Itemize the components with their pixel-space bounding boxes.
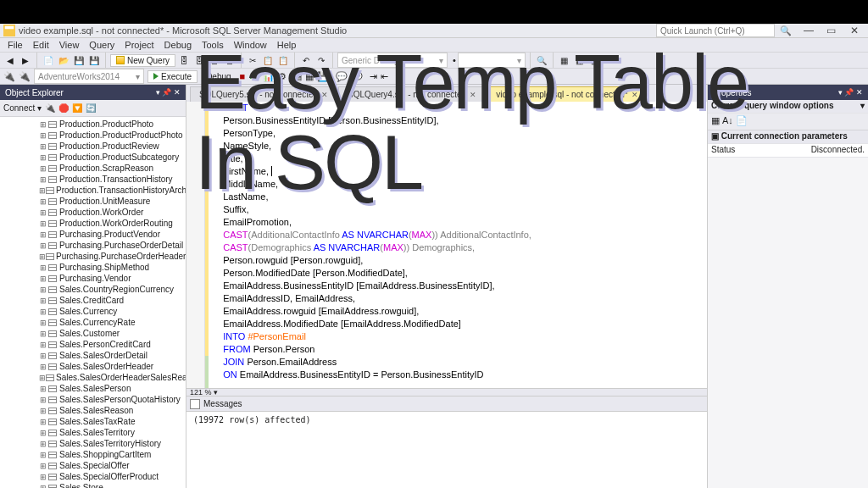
refresh-icon[interactable]: 🔄	[86, 103, 96, 114]
parse-icon[interactable]: ✓	[248, 71, 256, 82]
db4-icon[interactable]: 🗄	[223, 53, 236, 67]
tree-node[interactable]: ⊞Sales.ShoppingCartItem	[0, 449, 186, 460]
tree-node[interactable]: ⊞Sales.CurrencyRate	[0, 317, 186, 328]
connect-icon[interactable]: 🔌	[45, 103, 55, 114]
tree-node[interactable]: ⊞Purchasing.ProductVendor	[0, 229, 186, 240]
tree-node[interactable]: ⊞Production.WorkOrderRouting	[0, 218, 186, 229]
database-combo[interactable]: AdventureWorks2014▾	[34, 69, 144, 84]
az-icon[interactable]: A↓	[722, 115, 733, 128]
tree-node[interactable]: ⊞Sales.SalesOrderHeader	[0, 361, 186, 372]
cut-icon[interactable]: ✂	[246, 53, 259, 67]
tree-node[interactable]: ⊞Sales.SalesReason	[0, 405, 186, 416]
tree-node[interactable]: ⊞Production.ProductPhoto	[0, 119, 186, 130]
new-query-button[interactable]: New Query	[110, 54, 175, 67]
db3-icon[interactable]: 🗄	[208, 53, 221, 67]
tree-node[interactable]: ⊞Sales.PersonCreditCard	[0, 339, 186, 350]
properties-group[interactable]: ▣ Current connection parameters	[708, 130, 868, 144]
close-icon[interactable]: ✕	[321, 91, 328, 99]
menu-help[interactable]: Help	[272, 38, 302, 52]
tree-node[interactable]: ⊞Production.ProductSubcategory	[0, 152, 186, 163]
opts-icon[interactable]: ⚙	[278, 71, 287, 82]
forward-icon[interactable]: ▶	[19, 53, 32, 67]
tree-node[interactable]: ⊞Production.WorkOrder	[0, 207, 186, 218]
save-all-icon[interactable]: 💾	[87, 53, 101, 67]
results-grid-icon[interactable]: ▦	[305, 71, 314, 82]
db-icon[interactable]: 🗄	[177, 53, 191, 67]
cat-icon[interactable]: ▦	[711, 115, 720, 128]
new-project-icon[interactable]: 📄	[42, 53, 55, 67]
save-icon[interactable]: 💾	[72, 53, 86, 67]
tree-node[interactable]: ⊞Purchasing.ShipMethod	[0, 262, 186, 273]
find-icon[interactable]: 🔍	[535, 53, 548, 67]
maximize-button[interactable]: ▭	[821, 25, 842, 36]
tree-node[interactable]: ⊞Purchasing.PurchaseOrderDetail	[0, 240, 186, 251]
tree-node[interactable]: ⊞Production.UnitMeasure	[0, 196, 186, 207]
pin-icon[interactable]: ▾ 📌 ✕	[838, 88, 863, 97]
tree-node[interactable]: ⊞Production.TransactionHistory	[0, 174, 186, 185]
menu-view[interactable]: View	[54, 38, 85, 52]
outdent-icon[interactable]: ⇤	[381, 71, 388, 82]
disconnect-icon[interactable]: 🔌	[19, 71, 31, 82]
tree-node[interactable]: ⊞Sales.Customer	[0, 328, 186, 339]
minimize-button[interactable]: —	[798, 25, 819, 36]
tree-node[interactable]: ⊞Sales.SalesPersonQuotaHistory	[0, 394, 186, 405]
menu-edit[interactable]: Edit	[28, 38, 54, 52]
tree-node[interactable]: ⊞Sales.SpecialOffer	[0, 460, 186, 471]
copy-icon[interactable]: 📋	[261, 53, 275, 67]
debugger-combo[interactable]: Generic Debugger▾	[337, 53, 448, 68]
comment-icon[interactable]: 💬	[336, 71, 348, 82]
tree-node[interactable]: ⊞Production.TransactionHistoryArchive	[0, 185, 186, 196]
paste-icon[interactable]: 📋	[276, 53, 290, 67]
menu-file[interactable]: File	[3, 38, 28, 52]
tab-sqlquery5[interactable]: SQLQuery5.sql - not connected✕	[190, 86, 337, 102]
tree-node[interactable]: ⊞Purchasing.Vendor	[0, 273, 186, 284]
tree-node[interactable]: ⊞Purchasing.PurchaseOrderHeader	[0, 251, 186, 262]
tree-node[interactable]: ⊞Sales.SalesTerritory	[0, 427, 186, 438]
close-button[interactable]: ✕	[844, 25, 865, 36]
grid3-icon[interactable]: ▦	[588, 53, 602, 67]
connect-icon[interactable]: 🔌	[3, 71, 15, 82]
back-icon[interactable]: ◀	[3, 53, 17, 67]
tree-node[interactable]: ⊞Sales.SpecialOfferProduct	[0, 471, 186, 482]
tree-node[interactable]: ⊞Sales.CountryRegionCurrency	[0, 284, 186, 295]
config-combo[interactable]: ▾	[458, 53, 526, 68]
menu-query[interactable]: Query	[84, 38, 120, 52]
object-tree[interactable]: ⊞Production.ProductPhoto⊞Production.Prod…	[0, 117, 186, 488]
quick-launch-input[interactable]	[656, 24, 775, 37]
prop-icon[interactable]: 📄	[736, 115, 748, 128]
results-text-icon[interactable]: ▤	[293, 71, 302, 82]
open-icon[interactable]: 📂	[57, 53, 70, 67]
messages-tab[interactable]: Messages	[186, 396, 707, 412]
results-file-icon[interactable]: 💾	[317, 71, 329, 82]
tab-sqlquery4[interactable]: SQLQuery4.sql - not connected✕	[338, 86, 486, 102]
debug-button[interactable]: Debug	[201, 71, 236, 82]
close-icon[interactable]: ✕	[632, 91, 638, 99]
close-icon[interactable]: ✕	[470, 91, 476, 99]
tree-node[interactable]: ⊞Sales.SalesOrderHeaderSalesReason	[0, 372, 186, 383]
menu-tools[interactable]: Tools	[197, 38, 229, 52]
grid2-icon[interactable]: ▦	[573, 53, 587, 67]
pin-icon[interactable]: ▾ 📌 ✕	[156, 88, 181, 97]
db2-icon[interactable]: 🗄	[192, 53, 206, 67]
menu-debug[interactable]: Debug	[159, 38, 197, 52]
grid1-icon[interactable]: ▦	[558, 53, 571, 67]
plan-icon[interactable]: 📊	[263, 71, 275, 82]
tree-node[interactable]: ⊞Production.ProductProductPhoto	[0, 130, 186, 141]
redo-icon[interactable]: ↷	[314, 53, 328, 67]
undo-icon[interactable]: ↶	[299, 53, 313, 67]
connect-button[interactable]: Connect ▾	[3, 103, 42, 113]
uncomment-icon[interactable]: 💬	[351, 71, 363, 82]
menu-window[interactable]: Window	[229, 38, 272, 52]
tree-node[interactable]: ⊞Sales.SalesPerson	[0, 383, 186, 394]
indent-icon[interactable]: ⇥	[370, 71, 377, 82]
tree-node[interactable]: ⊞Sales.Currency	[0, 306, 186, 317]
code-editor[interactable]: SELECT Person.BusinessEntityID [Person.B…	[186, 102, 707, 388]
tree-node[interactable]: ⊞Sales.SalesTaxRate	[0, 416, 186, 427]
tree-node[interactable]: ⊞Sales.SalesOrderDetail	[0, 350, 186, 361]
execute-button[interactable]: Execute	[147, 70, 198, 83]
filter-icon[interactable]: 🔽	[72, 103, 82, 114]
stop-icon[interactable]: ■	[240, 71, 246, 81]
tree-node[interactable]: ⊞Production.ScrapReason	[0, 163, 186, 174]
tree-node[interactable]: ⊞Sales.CreditCard	[0, 295, 186, 306]
tab-video-example[interactable]: video example.sql - not connected*✕	[487, 86, 648, 102]
